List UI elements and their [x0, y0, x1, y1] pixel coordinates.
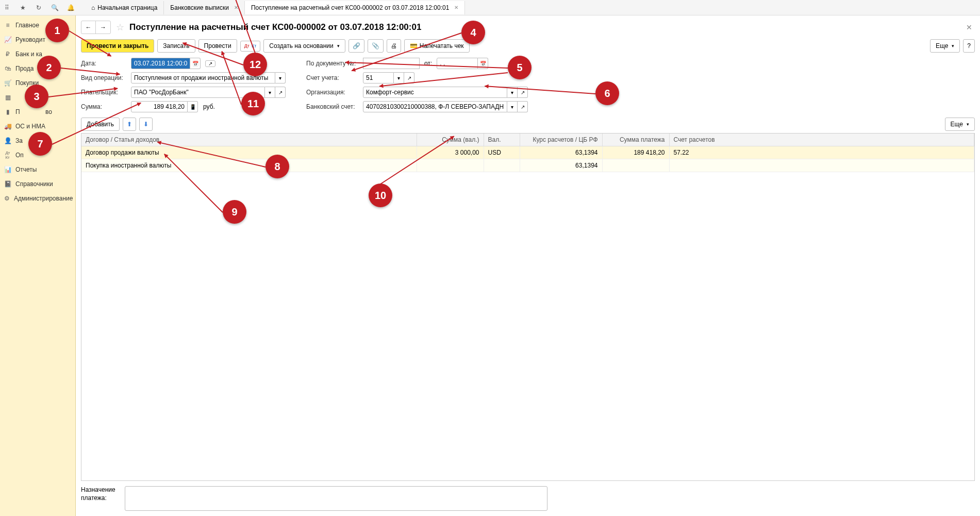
tab-label: Начальная страница	[97, 4, 157, 11]
cell-rate[interactable]: 63,1394	[520, 159, 602, 172]
org-label: Организация:	[306, 89, 360, 96]
bank-acc-label: Банковский счет:	[306, 103, 360, 110]
post-and-close-button[interactable]: Провести и закрыть	[81, 39, 154, 53]
doc-from-input[interactable]	[437, 58, 478, 69]
search-icon[interactable]: 🔍	[51, 4, 59, 12]
cell-sumval[interactable]: 3 000,00	[417, 146, 484, 159]
th-rate[interactable]: Курс расчетов / ЦБ РФ	[520, 134, 602, 146]
move-down-button[interactable]: ⬇	[139, 118, 153, 131]
tab-statements[interactable]: Банковские выписки ✕	[164, 1, 245, 14]
table-more-button[interactable]: Еще	[945, 118, 975, 131]
close-icon[interactable]: ✕	[454, 5, 458, 10]
print-button[interactable]: 🖨	[387, 39, 401, 53]
cell-sumval[interactable]	[417, 159, 484, 172]
tab-receipt[interactable]: Поступление на расчетный счет КС00-00000…	[245, 1, 465, 14]
gear-icon: ⚙	[4, 195, 10, 202]
open-icon[interactable]: ↗	[275, 87, 286, 98]
tab-home[interactable]: ⌂ Начальная страница	[85, 1, 164, 14]
sidebar-item-reports[interactable]: 📊Отчеты	[0, 162, 75, 177]
cart-icon: 🛒	[4, 79, 11, 87]
ruble-icon: ₽	[4, 51, 11, 58]
move-up-button[interactable]: ⬆	[123, 118, 136, 131]
annotation-7: 7	[28, 132, 52, 156]
currency-label: руб.	[203, 103, 215, 110]
bank-acc-input[interactable]	[363, 101, 507, 112]
menu-icon: ≡	[4, 22, 11, 29]
sidebar-item-label: Руководит	[15, 36, 45, 43]
th-contract[interactable]: Договор / Статья доходов	[81, 134, 417, 146]
sidebar-item-label: Банк и ка	[15, 51, 42, 58]
star-icon[interactable]: ★	[19, 4, 27, 12]
calendar-icon[interactable]: 📅	[190, 58, 201, 69]
external-icon[interactable]: ↗	[205, 60, 215, 67]
open-icon[interactable]: ↗	[518, 101, 528, 112]
dropdown-icon[interactable]: ▾	[275, 72, 286, 84]
favorite-button[interactable]: ☆	[116, 22, 124, 33]
bottom-field: Назначение платежа:	[81, 481, 975, 511]
cell-paysum[interactable]	[602, 159, 669, 172]
account-input[interactable]	[363, 72, 394, 84]
history-icon[interactable]: ↻	[35, 4, 43, 12]
bell-icon[interactable]: 🔔	[67, 4, 75, 12]
purpose-label: Назначение платежа:	[81, 486, 120, 502]
tab-label: Банковские выписки	[170, 4, 229, 11]
stats-icon: 📊	[4, 166, 11, 173]
grid-icon: ▦	[4, 94, 11, 101]
sidebar-item-references[interactable]: 📓Справочники	[0, 177, 75, 191]
cell-rate[interactable]: 63,1394	[520, 146, 602, 159]
back-button[interactable]: ←	[81, 21, 96, 34]
more-button[interactable]: Еще	[930, 39, 960, 53]
sum-label: Сумма:	[81, 103, 128, 110]
th-sumval[interactable]: Сумма (вал.)	[417, 134, 484, 146]
dropdown-icon[interactable]: ▾	[265, 87, 275, 98]
annotation-8: 8	[265, 155, 289, 178]
payments-table: Договор / Статья доходов Сумма (вал.) Ва…	[81, 134, 974, 172]
annotation-11: 11	[241, 92, 265, 115]
forward-button[interactable]: →	[96, 21, 110, 34]
table-controls: Добавить ⬆ ⬇ Еще	[81, 118, 975, 133]
account-label: Счет учета:	[306, 74, 360, 81]
help-button[interactable]: ?	[963, 39, 975, 53]
cell-paysum[interactable]: 189 418,20	[602, 146, 669, 159]
sidebar-item-label: Оп	[15, 152, 24, 159]
op-type-label: Вид операции:	[81, 74, 128, 81]
sidebar-item-label: За	[15, 137, 23, 144]
title-row: ← → ☆ Поступление на расчетный счет КС00…	[81, 18, 975, 39]
sidebar-item-bank[interactable]: ₽Банк и ка	[0, 47, 75, 61]
bars-icon: ▮	[4, 108, 11, 115]
cell-contract[interactable]: Покупка иностранной валюты	[81, 159, 417, 172]
add-row-button[interactable]: Добавить	[81, 118, 120, 131]
link-button[interactable]: 🔗	[348, 39, 364, 53]
th-currency[interactable]: Вал.	[484, 134, 520, 146]
page-title: Поступление на расчетный счет КС00-00000…	[129, 22, 421, 32]
sidebar-item-label: Главное	[15, 22, 39, 29]
attach-button[interactable]: 📎	[368, 39, 384, 53]
cell-settlement[interactable]	[669, 159, 974, 172]
th-paysum[interactable]: Сумма платежа	[602, 134, 669, 146]
purpose-input[interactable]	[125, 486, 547, 511]
sidebar-item-label: ОС и НМА	[15, 123, 45, 130]
org-input[interactable]	[363, 87, 507, 98]
cell-settlement[interactable]: 57.22	[669, 146, 974, 159]
table-row[interactable]: Покупка иностранной валюты 63,1394	[81, 159, 974, 172]
annotation-2: 2	[37, 56, 61, 79]
annotation-4: 4	[461, 21, 485, 44]
annotation-10: 10	[369, 184, 392, 207]
cell-currency[interactable]	[484, 159, 520, 172]
date-input[interactable]	[131, 58, 190, 69]
sidebar-item-admin[interactable]: ⚙Администрирование	[0, 191, 75, 206]
apps-icon[interactable]: ⠿	[3, 4, 11, 12]
th-settlement[interactable]: Счет расчетов	[669, 134, 974, 146]
dropdown-icon[interactable]: ▾	[394, 72, 404, 84]
cell-currency[interactable]: USD	[484, 146, 520, 159]
sidebar-item-assets[interactable]: 🚚ОС и НМА	[0, 119, 75, 134]
table-row[interactable]: Договор продажи валюты 3 000,00 USD 63,1…	[81, 146, 974, 159]
cell-contract[interactable]: Договор продажи валюты	[81, 146, 417, 159]
dropdown-icon[interactable]: ▾	[507, 101, 518, 112]
create-based-button[interactable]: Создать на основании	[263, 39, 345, 53]
sidebar-item-label: Администрирование	[14, 195, 73, 202]
home-icon: ⌂	[91, 4, 95, 11]
calculator-icon[interactable]: 📱	[188, 101, 198, 112]
date-label: Дата:	[81, 60, 128, 67]
close-form-button[interactable]: ✕	[964, 23, 975, 31]
